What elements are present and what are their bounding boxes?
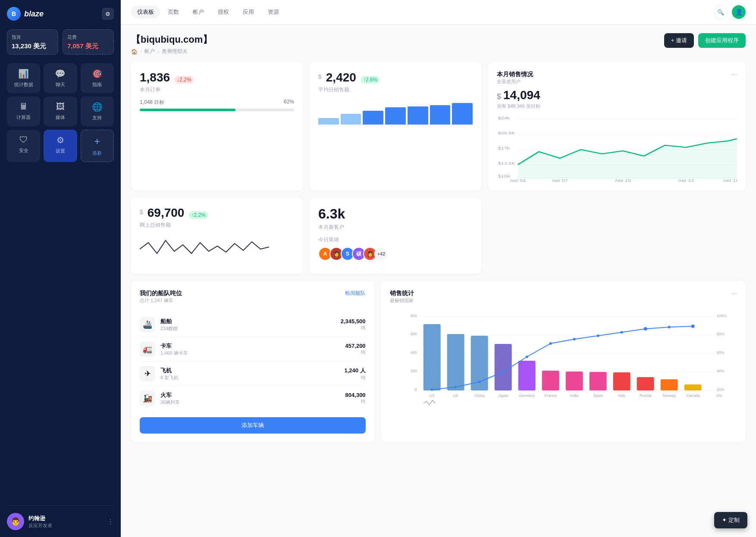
fleet-unit-truck: 吨 (345, 349, 366, 356)
chat-label: 聊天 (56, 81, 65, 88)
tab-dashboard[interactable]: 仪表板 (131, 6, 160, 19)
tab-apps[interactable]: 应用 (237, 6, 260, 19)
svg-point-49 (549, 342, 552, 345)
dollar-sign2: $ (140, 209, 143, 215)
logo-area: B blaze (7, 7, 44, 21)
search-button[interactable]: 🔍 (714, 5, 728, 19)
sales-subtitle: 全渠道用户 (497, 78, 533, 85)
fleet-item-ship: 🚢 船舶 234艘艘 2,345,500 吨 (140, 312, 366, 337)
svg-text:200: 200 (410, 369, 417, 373)
progress-label-text: 1,048 目标 (140, 99, 164, 106)
analytics-label: 统计数据 (14, 81, 33, 88)
fleet-item-train: 🚂 火车 36辆列车 804,300 吨 (140, 386, 366, 410)
svg-marker-10 (518, 139, 737, 180)
user-avatar-top[interactable]: 👤 (732, 5, 746, 19)
svg-point-53 (643, 327, 647, 331)
truck-icon: 🚛 (140, 341, 155, 357)
bottom-row: 我们的船队吨位 总计 1,247 辆车 检阅舰队 🚢 船舶 234艘艘 2,34… (131, 281, 746, 442)
sidebar-item-media[interactable]: 🖼 媒体 (44, 97, 77, 126)
tab-pages[interactable]: 页数 (162, 6, 185, 19)
fleet-num-truck: 457,200 (345, 343, 366, 349)
sidebar: B blaze ⚙ 预算 13,230 美元 花费 7,057 美元 📊 统计数… (0, 0, 121, 537)
security-icon: 🛡 (19, 135, 28, 145)
fleet-count-train: 36辆列车 (160, 399, 340, 406)
nav-grid: 📊 统计数据 💬 聊天 🎯 指南 🖩 计算器 🖼 媒体 🌐 支持 🛡 安全 ⚙ (7, 63, 114, 506)
analytics-icon: 📊 (18, 69, 29, 79)
svg-rect-32 (423, 324, 440, 390)
sidebar-item-security[interactable]: 🛡 安全 (7, 130, 40, 162)
add-vehicle-button[interactable]: 添加车辆 (140, 417, 366, 434)
user-info: 约翰逊 反应开发者 (28, 515, 103, 529)
new-customers-card: 6.3k 本月新客户 今日英雄 A 👩 S 硕 👩 +42 (310, 197, 481, 274)
fleet-unit-train: 吨 (345, 398, 366, 405)
sidebar-item-calculator[interactable]: 🖩 计算器 (7, 97, 40, 126)
heroes-avatars: A 👩 S 硕 👩 +42 (318, 247, 473, 261)
customize-button[interactable]: ✦ 定制 (714, 512, 747, 528)
sales-stats-sub: 最畅销国家 (390, 297, 414, 304)
sidebar-item-chat[interactable]: 💬 聊天 (44, 63, 77, 93)
settings-icon[interactable]: ⚙ (102, 8, 114, 20)
tab-auth[interactable]: 授权 (212, 6, 235, 19)
sales-stats-more[interactable]: ··· (731, 290, 737, 309)
sidebar-item-analytics[interactable]: 📊 统计数据 (7, 63, 40, 93)
sidebar-item-settings[interactable]: ⚙ 设置 (44, 130, 77, 162)
sidebar-item-add[interactable]: + 添新 (81, 130, 114, 162)
progress-pct: 62% (284, 99, 294, 106)
invite-button[interactable]: + 邀请 (664, 33, 694, 48)
svg-point-52 (620, 331, 623, 334)
guide-icon: 🎯 (92, 69, 103, 79)
svg-text:400: 400 (410, 350, 417, 355)
sales-title: 本月销售情况 (497, 71, 533, 78)
train-icon: 🚂 (140, 390, 155, 406)
empty-spacer (488, 197, 746, 274)
guide-label: 指南 (92, 81, 102, 88)
nav-tabs: 仪表板 页数 帐户 授权 应用 资源 (131, 6, 285, 19)
svg-text:Russia: Russia (640, 393, 652, 398)
sidebar-item-support[interactable]: 🌐 支持 (81, 97, 114, 126)
add-label: 添新 (92, 150, 102, 156)
fleet-num-plane: 1,240 人 (344, 367, 365, 375)
create-app-button[interactable]: 创建应用程序 (698, 33, 746, 48)
svg-rect-36 (518, 361, 535, 390)
fleet-num-ship: 2,345,500 (341, 318, 366, 325)
fleet-link[interactable]: 检阅舰队 (345, 290, 366, 297)
svg-point-47 (502, 371, 504, 373)
svg-point-54 (668, 326, 670, 328)
fleet-subtitle: 总计 1,247 辆车 (140, 297, 182, 304)
svg-text:20%: 20% (716, 387, 724, 392)
svg-rect-43 (684, 384, 701, 390)
svg-rect-33 (447, 334, 464, 390)
budget-value: 13,230 美元 (12, 42, 53, 50)
svg-text:$24k: $24k (498, 116, 510, 120)
svg-text:Canada: Canada (686, 393, 700, 398)
svg-text:UK: UK (453, 393, 458, 398)
fleet-info-train: 火车 36辆列车 (160, 391, 340, 406)
total-sales-card: $ 69,700 ↑2.2% 网上总销售额 (131, 197, 303, 274)
bar-6 (430, 105, 451, 125)
fleet-count-truck: 1,460 辆卡车 (160, 350, 340, 356)
sidebar-item-guide[interactable]: 🎯 指南 (81, 63, 114, 93)
budget-cards: 预算 13,230 美元 花费 7,057 美元 (7, 29, 114, 55)
new-customers-value: 6.3k (318, 206, 345, 222)
support-label: 支持 (92, 115, 102, 121)
fleet-value-plane: 1,240 人 吨 (344, 367, 365, 381)
sidebar-header: B blaze ⚙ (7, 7, 114, 21)
svg-text:France: France (544, 393, 556, 398)
svg-text:Japan: Japan (498, 393, 508, 398)
tab-resources[interactable]: 资源 (262, 6, 285, 19)
bar-5 (408, 106, 428, 125)
sales-line-chart: $24k $20.5K $17k $13.5K $10K (497, 113, 737, 182)
settings-nav-icon: ⚙ (56, 135, 64, 145)
svg-rect-38 (565, 372, 583, 390)
avg-sales-value: 2,420 (326, 71, 356, 84)
budget-label: 预算 (12, 34, 53, 41)
fleet-name-ship: 船舶 (160, 318, 336, 325)
svg-point-44 (430, 388, 433, 391)
tab-accounts[interactable]: 帐户 (187, 6, 210, 19)
fleet-info-truck: 卡车 1,460 辆卡车 (160, 342, 340, 356)
fleet-value-truck: 457,200 吨 (345, 343, 366, 356)
svg-text:India: India (570, 393, 579, 398)
orders-value: 1,836 (140, 71, 170, 84)
more-button[interactable]: ··· (731, 71, 737, 78)
user-menu-icon[interactable]: ⋮ (107, 518, 114, 526)
